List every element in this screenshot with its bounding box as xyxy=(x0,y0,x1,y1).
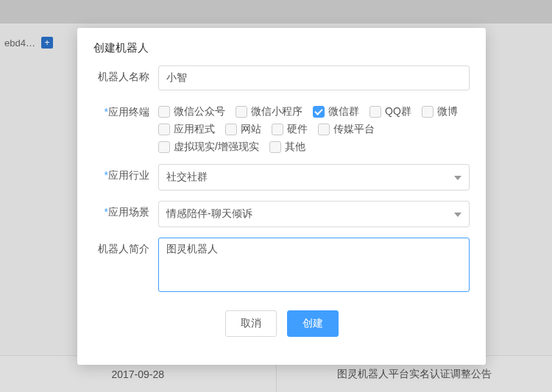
terminal-option-label: 微信公众号 xyxy=(174,105,225,118)
terminal-option[interactable]: 微博 xyxy=(422,105,458,118)
modal-footer: 取消 创建 xyxy=(93,304,470,349)
terminal-option[interactable]: 硬件 xyxy=(272,123,308,136)
modal-title: 创建机器人 xyxy=(77,28,486,65)
robot-name-input[interactable] xyxy=(158,65,470,90)
industry-select[interactable]: 社交社群 xyxy=(158,164,470,190)
robot-intro-textarea[interactable] xyxy=(158,238,470,292)
terminal-option-label: 应用程式 xyxy=(174,123,215,136)
checkbox-icon[interactable] xyxy=(158,124,170,135)
checkbox-icon[interactable] xyxy=(313,106,325,118)
cancel-button[interactable]: 取消 xyxy=(225,310,277,337)
modal-body: 机器人名称 *应用终端 微信公众号微信小程序微信群QQ群微博应用程式网站硬件传媒… xyxy=(77,65,486,365)
terminal-option-label: 微信小程序 xyxy=(251,105,302,118)
terminal-option-label: 传媒平台 xyxy=(333,123,375,136)
checkbox-icon[interactable] xyxy=(422,106,434,118)
terminal-option[interactable]: 传媒平台 xyxy=(318,123,375,136)
label-intro: 机器人简介 xyxy=(93,238,158,256)
terminal-option[interactable]: 微信群 xyxy=(313,105,359,118)
terminal-option[interactable]: 虚拟现实/增强现实 xyxy=(158,140,259,154)
terminal-option[interactable]: 网站 xyxy=(225,123,261,136)
scene-select[interactable]: 情感陪伴-聊天倾诉 xyxy=(158,201,470,227)
chevron-down-icon xyxy=(454,176,461,180)
terminal-option-label: 微信群 xyxy=(328,105,359,118)
chevron-down-icon xyxy=(454,213,461,217)
industry-select-value: 社交社群 xyxy=(166,171,208,184)
terminal-option-label: 硬件 xyxy=(287,123,308,136)
terminal-option[interactable]: 微信公众号 xyxy=(158,105,225,118)
terminal-option[interactable]: QQ群 xyxy=(369,105,411,118)
create-button[interactable]: 创建 xyxy=(287,310,339,337)
terminal-option-label: 其他 xyxy=(285,140,305,154)
checkbox-icon[interactable] xyxy=(272,124,283,135)
row-industry: *应用行业 社交社群 xyxy=(93,164,470,190)
checkbox-icon[interactable] xyxy=(158,141,170,153)
terminal-option[interactable]: 微信小程序 xyxy=(236,105,302,118)
row-intro: 机器人简介 xyxy=(93,238,470,294)
label-scene: *应用场景 xyxy=(93,201,158,219)
terminal-option-label: QQ群 xyxy=(385,105,411,118)
row-name: 机器人名称 xyxy=(93,65,470,90)
terminal-option-label: 虚拟现实/增强现实 xyxy=(174,140,259,154)
create-robot-modal: 创建机器人 机器人名称 *应用终端 微信公众号微信小程序微信群QQ群微博应用程式… xyxy=(77,28,486,365)
terminal-option[interactable]: 其他 xyxy=(269,140,305,154)
checkbox-icon[interactable] xyxy=(369,106,381,118)
label-name: 机器人名称 xyxy=(93,65,158,84)
checkbox-icon[interactable] xyxy=(225,124,237,135)
terminal-option-label: 微博 xyxy=(437,105,458,118)
terminal-option-label: 网站 xyxy=(241,123,261,136)
label-industry: *应用行业 xyxy=(93,164,158,182)
checkbox-icon[interactable] xyxy=(158,106,170,118)
terminal-checkbox-group: 微信公众号微信小程序微信群QQ群微博应用程式网站硬件传媒平台虚拟现实/增强现实其… xyxy=(158,101,470,154)
row-terminal: *应用终端 微信公众号微信小程序微信群QQ群微博应用程式网站硬件传媒平台虚拟现实… xyxy=(93,101,470,154)
scene-select-value: 情感陪伴-聊天倾诉 xyxy=(166,207,252,221)
label-terminal: *应用终端 xyxy=(93,101,158,119)
checkbox-icon[interactable] xyxy=(318,124,330,135)
row-scene: *应用场景 情感陪伴-聊天倾诉 xyxy=(93,201,470,227)
checkbox-icon[interactable] xyxy=(269,141,281,153)
checkbox-icon[interactable] xyxy=(236,106,247,118)
terminal-option[interactable]: 应用程式 xyxy=(158,123,215,136)
